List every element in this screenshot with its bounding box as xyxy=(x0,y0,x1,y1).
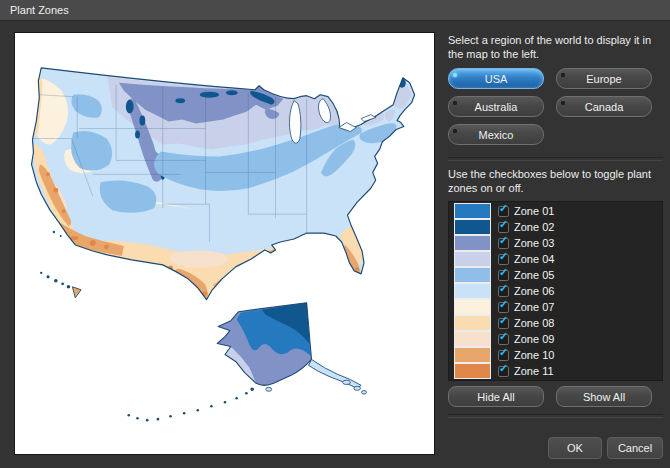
zone-checkbox[interactable]: ✓ xyxy=(498,206,509,217)
zone-row: ✓Zone 01 xyxy=(449,203,662,219)
show-all-label: Show All xyxy=(583,391,625,403)
zone-row: ✓Zone 02 xyxy=(449,219,662,235)
zone-color-swatch xyxy=(454,299,491,315)
checkmark-icon: ✓ xyxy=(499,283,508,294)
ok-button[interactable]: OK xyxy=(548,437,602,459)
region-button-australia[interactable]: Australia xyxy=(448,96,544,117)
cancel-button[interactable]: Cancel xyxy=(607,437,663,459)
region-button-label: USA xyxy=(485,73,508,85)
zone-checkbox[interactable]: ✓ xyxy=(498,366,509,377)
checkmark-icon: ✓ xyxy=(499,363,508,374)
region-button-label: Australia xyxy=(475,101,518,113)
right-panel: Select a region of the world to display … xyxy=(448,33,663,418)
title-bar: Plant Zones xyxy=(0,0,670,21)
region-button-mexico[interactable]: Mexico xyxy=(448,124,544,145)
hide-all-button[interactable]: Hide All xyxy=(448,386,544,407)
checkmark-icon: ✓ xyxy=(499,219,508,230)
zone-row: ✓Zone 07 xyxy=(449,299,662,315)
zone-label: Zone 01 xyxy=(514,205,554,217)
hide-all-label: Hide All xyxy=(477,391,514,403)
zone-color-swatch xyxy=(454,235,491,251)
zone-checkbox[interactable]: ✓ xyxy=(498,350,509,361)
map-panel xyxy=(14,32,435,455)
zone-label: Zone 02 xyxy=(514,221,554,233)
zone-row: ✓Zone 05 xyxy=(449,267,662,283)
zone-actions: Hide All Show All xyxy=(448,386,663,407)
zone-label: Zone 06 xyxy=(514,285,554,297)
zone-color-swatch xyxy=(454,203,491,219)
zone-checkbox[interactable]: ✓ xyxy=(498,302,509,313)
zone-color-swatch xyxy=(454,251,491,267)
window-title: Plant Zones xyxy=(10,4,69,16)
zone-row: ✓Zone 08 xyxy=(449,315,662,331)
checkmark-icon: ✓ xyxy=(499,267,508,278)
plant-zones-dialog: Plant Zones xyxy=(0,0,670,468)
zone-color-swatch xyxy=(454,363,491,379)
checkmark-icon: ✓ xyxy=(499,251,508,262)
region-button-usa[interactable]: USA xyxy=(448,68,544,89)
section-divider xyxy=(448,157,663,161)
region-button-grid: USAEuropeAustraliaCanadaMexico xyxy=(448,68,663,145)
selected-indicator-dot xyxy=(453,101,457,105)
region-button-label: Canada xyxy=(585,101,624,113)
zone-color-swatch xyxy=(454,347,491,363)
zone-label: Zone 05 xyxy=(514,269,554,281)
zone-row: ✓Zone 04 xyxy=(449,251,662,267)
zone-label: Zone 03 xyxy=(514,237,554,249)
region-button-label: Europe xyxy=(586,73,621,85)
region-button-europe[interactable]: Europe xyxy=(556,68,652,89)
zone-checkbox[interactable]: ✓ xyxy=(498,222,509,233)
checkmark-icon: ✓ xyxy=(499,203,508,214)
checkmark-icon: ✓ xyxy=(499,347,508,358)
zone-row: ✓Zone 03 xyxy=(449,235,662,251)
zone-checkbox[interactable]: ✓ xyxy=(498,318,509,329)
dialog-footer: OK Cancel xyxy=(548,437,663,459)
checkmark-icon: ✓ xyxy=(499,235,508,246)
zone-row: ✓Zone 11 xyxy=(449,363,662,379)
zone-color-swatch xyxy=(454,331,491,347)
selected-indicator-dot xyxy=(561,101,565,105)
zone-row: ✓Zone 06 xyxy=(449,283,662,299)
zone-color-swatch xyxy=(454,219,491,235)
zone-checkbox[interactable]: ✓ xyxy=(498,238,509,249)
zone-list: ✓Zone 01✓Zone 02✓Zone 03✓Zone 04✓Zone 05… xyxy=(448,201,663,381)
zone-label: Zone 07 xyxy=(514,301,554,313)
zone-checkbox[interactable]: ✓ xyxy=(498,270,509,281)
region-instruction: Select a region of the world to display … xyxy=(448,33,663,61)
region-button-canada[interactable]: Canada xyxy=(556,96,652,117)
selected-indicator-dot xyxy=(561,73,565,77)
zone-checkbox[interactable]: ✓ xyxy=(498,334,509,345)
zone-toggle-instruction: Use the checkboxes below to toggle plant… xyxy=(448,167,663,195)
region-button-label: Mexico xyxy=(479,129,514,141)
selected-indicator-dot xyxy=(453,129,457,133)
checkmark-icon: ✓ xyxy=(499,331,508,342)
footer-divider xyxy=(448,414,663,418)
zone-checkbox[interactable]: ✓ xyxy=(498,286,509,297)
checkmark-icon: ✓ xyxy=(499,315,508,326)
usa-plant-zones-map xyxy=(15,33,434,454)
show-all-button[interactable]: Show All xyxy=(556,386,652,407)
zone-color-swatch xyxy=(454,315,491,331)
zone-label: Zone 08 xyxy=(514,317,554,329)
zone-label: Zone 10 xyxy=(514,349,554,361)
zone-checkbox[interactable]: ✓ xyxy=(498,254,509,265)
zone-label: Zone 09 xyxy=(514,333,554,345)
zone-label: Zone 11 xyxy=(514,365,554,377)
zone-color-swatch xyxy=(454,283,491,299)
zone-color-swatch xyxy=(454,267,491,283)
zone-label: Zone 04 xyxy=(514,253,554,265)
zone-row: ✓Zone 10 xyxy=(449,347,662,363)
selected-indicator-dot xyxy=(453,73,457,77)
checkmark-icon: ✓ xyxy=(499,299,508,310)
zone-row: ✓Zone 09 xyxy=(449,331,662,347)
